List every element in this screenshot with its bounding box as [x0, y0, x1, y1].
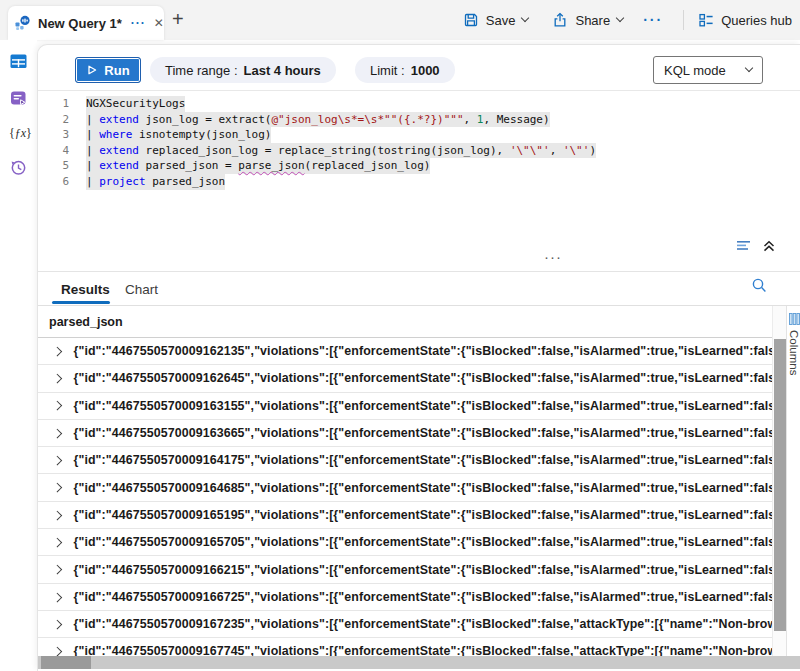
row-expand-icon[interactable]	[53, 592, 62, 601]
format-lines-icon[interactable]	[736, 239, 752, 253]
row-expand-icon[interactable]	[53, 620, 62, 629]
code-token: extend	[99, 144, 139, 157]
share-button[interactable]: Share	[552, 12, 623, 28]
more-actions-button[interactable]: ···	[643, 12, 663, 28]
queries-hub-icon	[698, 12, 714, 28]
columns-icon	[789, 313, 800, 325]
query-tab[interactable]: New Query 1* ··· ✕	[8, 6, 164, 40]
tab-more-menu[interactable]: ···	[131, 16, 146, 30]
row-expand-icon[interactable]	[53, 456, 62, 465]
line-number: 6	[38, 174, 69, 190]
divider	[683, 10, 684, 30]
table-row[interactable]: {"id":"4467550570009165705","violations"…	[38, 529, 772, 556]
queries-hub-button[interactable]: Queries hub	[698, 12, 792, 28]
vertical-scrollbar-thumb[interactable]	[774, 339, 786, 631]
code-line[interactable]: 5| extend parsed_json = parse_json(repla…	[38, 158, 800, 174]
code-token: ,	[550, 144, 563, 157]
table-row[interactable]: {"id":"4467550570009167235","violations"…	[38, 611, 772, 638]
code-token: where	[99, 128, 132, 141]
tab-chart[interactable]: Chart	[125, 282, 158, 297]
search-icon[interactable]	[751, 277, 768, 294]
row-expand-icon[interactable]	[53, 483, 62, 492]
table-row[interactable]: {"id":"4467550570009166215","violations"…	[38, 556, 772, 583]
tab-strip: New Query 1* ··· ✕ + Save	[0, 0, 800, 40]
row-expand-icon[interactable]	[53, 428, 62, 437]
row-expand-icon[interactable]	[53, 347, 62, 356]
code-line[interactable]: 3| where isnotempty(json_log)	[38, 127, 800, 143]
code-line[interactable]: 1NGXSecurityLogs	[38, 96, 800, 112]
table-row[interactable]: {"id":"4467550570009163665","violations"…	[38, 420, 772, 447]
vertical-scrollbar[interactable]	[772, 306, 786, 656]
table-row[interactable]: {"id":"4467550570009164175","violations"…	[38, 447, 772, 474]
code-lines[interactable]: 1NGXSecurityLogs2| extend json_log = ext…	[38, 96, 800, 190]
code-token: extend	[99, 113, 139, 126]
splitter-handle[interactable]: ···	[538, 252, 568, 262]
queries-hub-label: Queries hub	[721, 13, 792, 28]
save-button[interactable]: Save	[463, 12, 529, 28]
columns-panel-label[interactable]: Columns	[788, 330, 800, 375]
left-rail: {ƒx}	[0, 40, 37, 671]
time-range-filter[interactable]: Time range : Last 4 hours	[150, 57, 336, 83]
horizontal-scrollbar[interactable]	[38, 656, 800, 669]
code-token: parsed_json =	[139, 159, 238, 172]
table-row[interactable]: {"id":"4467550570009166725","violations"…	[38, 584, 772, 611]
code-token: |	[86, 159, 99, 172]
limit-filter[interactable]: Limit : 1000	[355, 57, 455, 83]
column-header[interactable]: parsed_json	[38, 306, 772, 338]
code-token: @"json_log\s*=\s*""({.*?})"""	[271, 113, 463, 126]
top-actions: Save Share ···	[463, 0, 792, 40]
code-line[interactable]: 6| project parsed_json	[38, 174, 800, 190]
collapse-editor-icon[interactable]	[762, 239, 776, 253]
table-row[interactable]: {"id":"4467550570009165195","violations"…	[38, 502, 772, 529]
connections-icon[interactable]	[9, 52, 29, 72]
table-row[interactable]: {"id":"4467550570009167745","violations"…	[38, 638, 772, 656]
time-range-label: Time range :	[165, 63, 238, 78]
run-button[interactable]: Run	[75, 57, 141, 83]
columns-panel-strip[interactable]: Columns	[786, 306, 800, 669]
save-label: Save	[486, 13, 516, 28]
code-line[interactable]: 4| extend replaced_json_log = replace_st…	[38, 143, 800, 159]
row-expand-icon[interactable]	[53, 647, 62, 656]
run-label: Run	[104, 63, 129, 78]
saved-scripts-icon[interactable]	[9, 89, 29, 109]
row-json-text: {"id":"4467550570009162135","violations"…	[74, 344, 773, 358]
tab-title: New Query 1*	[38, 16, 122, 31]
column-header-label: parsed_json	[49, 315, 123, 329]
row-json-text: {"id":"4467550570009163155","violations"…	[74, 399, 773, 413]
table-row[interactable]: {"id":"4467550570009164685","violations"…	[38, 474, 772, 501]
code-token: project	[99, 175, 145, 188]
table-row[interactable]: {"id":"4467550570009162645","violations"…	[38, 365, 772, 392]
new-tab-button[interactable]: +	[172, 8, 184, 31]
row-expand-icon[interactable]	[53, 401, 62, 410]
row-expand-icon[interactable]	[53, 510, 62, 519]
code-token: |	[86, 144, 99, 157]
code-text: | project parsed_json	[86, 174, 225, 190]
app-window: New Query 1* ··· ✕ + Save	[0, 0, 800, 671]
adx-logo-icon	[14, 15, 31, 32]
query-history-icon[interactable]	[9, 158, 29, 178]
tab-results[interactable]: Results	[61, 282, 110, 297]
chevron-down-icon[interactable]	[521, 14, 529, 22]
horizontal-scrollbar-thumb[interactable]	[41, 656, 91, 669]
code-line[interactable]: 2| extend json_log = extract(@"json_log\…	[38, 112, 800, 128]
share-icon	[552, 12, 568, 28]
query-mode-select[interactable]: KQL mode	[653, 56, 763, 84]
tab-close-icon[interactable]: ✕	[154, 16, 164, 30]
row-expand-icon[interactable]	[53, 374, 62, 383]
line-number: 3	[38, 127, 69, 143]
table-row[interactable]: {"id":"4467550570009162135","violations"…	[38, 338, 772, 365]
code-token: json_log = extract(	[139, 113, 271, 126]
code-token: '\"'	[563, 144, 590, 157]
code-token: |	[86, 113, 99, 126]
query-mode-value: KQL mode	[664, 63, 726, 78]
row-expand-icon[interactable]	[53, 565, 62, 574]
table-row[interactable]: {"id":"4467550570009163155","violations"…	[38, 393, 772, 420]
chevron-down-icon	[745, 64, 753, 72]
row-expand-icon[interactable]	[53, 538, 62, 547]
functions-icon[interactable]: {ƒx}	[9, 126, 29, 146]
line-number: 2	[38, 112, 69, 128]
results-rows: {"id":"4467550570009162135","violations"…	[38, 338, 772, 656]
code-text: | extend parsed_json = parse_json(replac…	[86, 158, 430, 174]
chevron-down-icon[interactable]	[616, 14, 624, 22]
query-panel: Run Time range : Last 4 hours Limit : 10…	[37, 44, 800, 671]
